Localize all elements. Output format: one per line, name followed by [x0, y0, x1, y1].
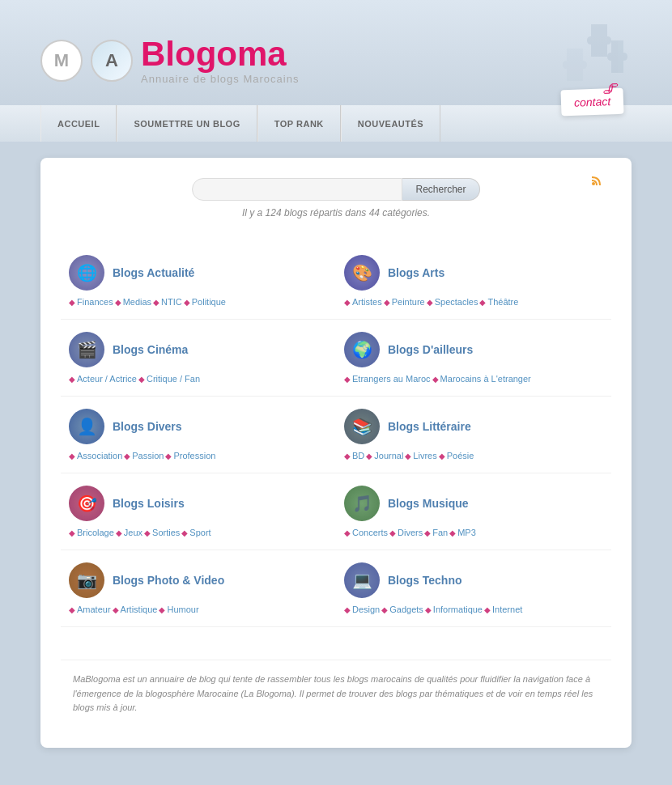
stats-text: Il y a 124 blogs répartis dans 44 catégo… [61, 207, 611, 219]
category-links-arts: ◆Artistes◆Peinture◆Spectacles◆Théâtre [344, 297, 599, 307]
cat-link-finances[interactable]: Finances [77, 297, 113, 307]
bullet-icon: ◆ [384, 298, 390, 307]
bullet-icon: ◆ [69, 298, 75, 307]
cat-link-informatique[interactable]: Informatique [433, 605, 483, 614]
list-item: ◆Medias [115, 297, 151, 307]
cat-link-passion[interactable]: Passion [132, 451, 164, 460]
list-item: ◆Artistes [344, 297, 382, 307]
cat-link-sport[interactable]: Sport [189, 528, 211, 537]
list-item: ◆Passion [124, 451, 164, 460]
bullet-icon: ◆ [344, 452, 351, 460]
bullet-icon: ◆ [366, 452, 372, 460]
cat-link-jeux[interactable]: Jeux [124, 528, 142, 537]
cat-link-concerts[interactable]: Concerts [352, 528, 388, 537]
bullet-icon: ◆ [405, 452, 411, 460]
bullet-icon: ◆ [153, 298, 159, 307]
category-links-techno: ◆Design◆Gadgets◆Informatique◆Internet [344, 605, 599, 614]
cat-link-medias[interactable]: Medias [123, 297, 151, 307]
bullet-icon: ◆ [115, 298, 121, 307]
site-title: Blogoma Annuaire de blogs Marocains [141, 37, 299, 85]
bullet-icon: ◆ [165, 452, 172, 460]
category-icon-musique: 🎵 [344, 486, 380, 521]
category-loisirs: 🎯Blogs Loisirs◆Bricolage◆Jeux◆Sorties◆Sp… [61, 473, 336, 550]
category-header-divers: 👤Blogs Divers [69, 409, 324, 444]
cat-link-amateur[interactable]: Amateur [77, 605, 111, 614]
search-button[interactable]: Rechercher [402, 178, 479, 201]
category-musique: 🎵Blogs Musique◆Concerts◆Divers◆Fan◆MP3 [336, 473, 611, 550]
list-item: ◆Design [344, 605, 380, 614]
categories-grid: 🌐Blogs Actualité◆Finances◆Medias◆NTIC◆Po… [61, 243, 611, 627]
bullet-icon: ◆ [484, 605, 491, 614]
search-area: Rechercher Il y a 124 blogs répartis dan… [61, 178, 611, 219]
category-actualite: 🌐Blogs Actualité◆Finances◆Medias◆NTIC◆Po… [61, 243, 336, 320]
cat-link-spectacles[interactable]: Spectacles [435, 297, 478, 307]
cat-link-humour[interactable]: Humour [167, 605, 198, 614]
cat-link-association[interactable]: Association [77, 451, 122, 460]
cat-link-internet[interactable]: Internet [492, 605, 522, 614]
category-icon-divers: 👤 [69, 409, 104, 444]
category-links-musique: ◆Concerts◆Divers◆Fan◆MP3 [344, 528, 599, 537]
contact-note[interactable]: contact [560, 88, 623, 117]
category-links-actualite: ◆Finances◆Medias◆NTIC◆Politique [69, 297, 324, 307]
category-icon-actualite: 🌐 [69, 255, 104, 291]
list-item: ◆Journal [366, 451, 403, 460]
category-title-photo: Blogs Photo & Video [113, 574, 224, 587]
category-litteraire: 📚Blogs Littéraire◆BD◆Journal◆Livres◆Poés… [336, 397, 611, 473]
cat-link-profession[interactable]: Profession [173, 451, 215, 460]
bullet-icon: ◆ [159, 605, 165, 614]
cat-link-bd[interactable]: BD [352, 451, 364, 460]
nav-nouveautes[interactable]: NOUVEAUTÉS [341, 105, 440, 142]
cat-link-gadgets[interactable]: Gadgets [389, 605, 423, 614]
bullet-icon: ◆ [344, 375, 351, 384]
site-subtitle: Annuaire de blogs Marocains [141, 73, 299, 85]
category-cinema: 🎬Blogs Cinéma◆Acteur / Actrice◆Critique … [61, 320, 336, 397]
cat-link-politique[interactable]: Politique [192, 297, 226, 307]
cat-link-fan[interactable]: Fan [432, 528, 448, 537]
category-title-techno: Blogs Techno [388, 574, 462, 587]
cat-link-critique-/-fan[interactable]: Critique / Fan [147, 374, 200, 384]
category-links-litteraire: ◆BD◆Journal◆Livres◆Poésie [344, 451, 599, 460]
list-item: ◆Informatique [425, 605, 483, 614]
cat-link-etrangers-au-maroc[interactable]: Etrangers au Maroc [352, 374, 431, 384]
cat-link-acteur-/-actrice[interactable]: Acteur / Actrice [77, 374, 137, 384]
cat-link-sorties[interactable]: Sorties [152, 528, 180, 537]
list-item: ◆BD [344, 451, 364, 460]
nav-toprank[interactable]: TOP RANK [257, 105, 341, 142]
list-item: ◆Sport [181, 528, 211, 537]
list-item: ◆Humour [159, 605, 198, 614]
cat-link-journal[interactable]: Journal [374, 451, 403, 460]
list-item: ◆Spectacles [427, 297, 478, 307]
cat-link-marocains-à-l'etranger[interactable]: Marocains à L'etranger [440, 374, 531, 384]
category-divers: 👤Blogs Divers◆Association◆Passion◆Profes… [61, 397, 336, 473]
category-header-litteraire: 📚Blogs Littéraire [344, 409, 599, 444]
puzzle-decoration [551, 16, 632, 89]
category-title-litteraire: Blogs Littéraire [388, 420, 471, 433]
cat-link-livres[interactable]: Livres [413, 451, 436, 460]
cat-link-poésie[interactable]: Poésie [447, 451, 474, 460]
cat-link-ntic[interactable]: NTIC [161, 297, 182, 307]
nav-accueil[interactable]: ACCUEIL [40, 105, 117, 142]
bullet-icon: ◆ [69, 375, 75, 384]
list-item: ◆Finances [69, 297, 113, 307]
cat-link-bricolage[interactable]: Bricolage [77, 528, 114, 537]
cat-link-théâtre[interactable]: Théâtre [487, 297, 518, 307]
bullet-icon: ◆ [344, 605, 351, 614]
category-icon-loisirs: 🎯 [69, 486, 104, 521]
cat-link-peinture[interactable]: Peinture [392, 297, 425, 307]
list-item: ◆Acteur / Actrice [69, 374, 137, 384]
category-icon-dailleurs: 🌍 [344, 332, 380, 367]
rss-icon [590, 174, 603, 190]
category-header-actualite: 🌐Blogs Actualité [69, 255, 324, 291]
cat-link-artistique[interactable]: Artistique [121, 605, 158, 614]
bullet-icon: ◆ [344, 298, 351, 307]
cat-link-artistes[interactable]: Artistes [352, 297, 382, 307]
cat-link-mp3[interactable]: MP3 [457, 528, 476, 537]
nav-soumettre[interactable]: SOUMETTRE UN BLOG [117, 105, 257, 142]
category-header-cinema: 🎬Blogs Cinéma [69, 332, 324, 367]
bullet-icon: ◆ [427, 298, 433, 307]
cat-link-divers[interactable]: Divers [398, 528, 423, 537]
search-input[interactable] [192, 178, 402, 201]
cat-link-design[interactable]: Design [352, 605, 380, 614]
bullet-icon: ◆ [439, 452, 445, 460]
category-icon-techno: 💻 [344, 562, 380, 598]
